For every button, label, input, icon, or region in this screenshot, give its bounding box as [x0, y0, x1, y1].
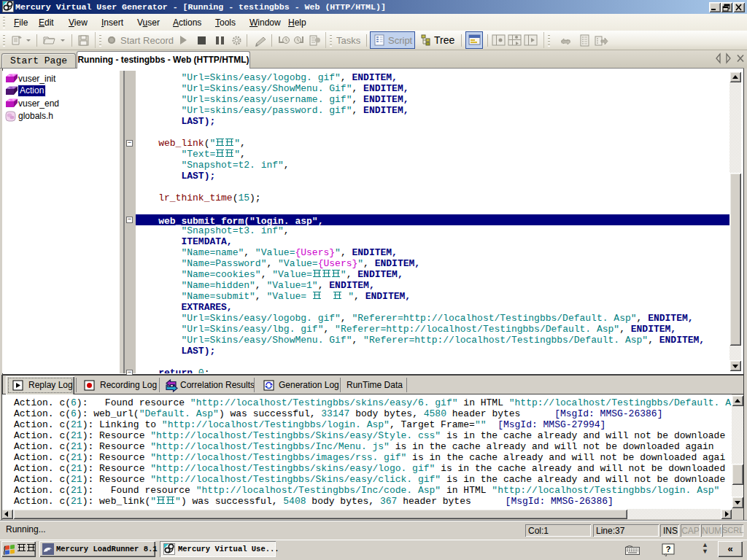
- svg-text:?: ?: [666, 545, 671, 553]
